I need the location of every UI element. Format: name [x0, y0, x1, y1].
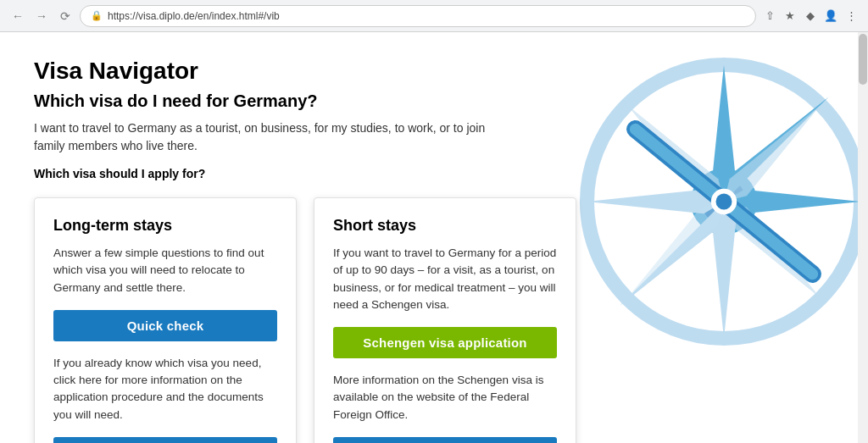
- menu-button[interactable]: ⋮: [843, 8, 860, 25]
- short-term-title: Short stays: [333, 217, 557, 235]
- more-information-button[interactable]: More information: [333, 437, 557, 443]
- short-term-card: Short stays If you want to travel to Ger…: [314, 197, 576, 443]
- long-term-title: Long-term stays: [53, 217, 277, 235]
- scrollbar-thumb[interactable]: [859, 34, 867, 85]
- short-term-text2: More information on the Schengen visa is…: [333, 372, 557, 424]
- long-term-card: Long-term stays Answer a few simple ques…: [34, 197, 297, 443]
- back-button[interactable]: ←: [8, 7, 27, 25]
- forward-button[interactable]: →: [32, 7, 51, 25]
- lock-icon: 🔒: [91, 10, 103, 21]
- extensions-button[interactable]: ◆: [802, 8, 819, 25]
- short-term-text1: If you want to travel to Germany for a p…: [333, 245, 557, 313]
- skip-to-visa-categories-button[interactable]: Skip to visa categories: [53, 437, 277, 443]
- profile-button[interactable]: 👤: [822, 8, 839, 25]
- refresh-button[interactable]: ⟳: [56, 7, 75, 25]
- cards-container: Long-term stays Answer a few simple ques…: [34, 197, 834, 443]
- long-term-text1: Answer a few simple questions to find ou…: [53, 245, 277, 296]
- url-text: https://visa.diplo.de/en/index.html#/vib: [108, 10, 280, 22]
- browser-chrome: ← → ⟳ 🔒 https://visa.diplo.de/en/index.h…: [0, 0, 868, 32]
- browser-actions: ⇧ ★ ◆ 👤 ⋮: [761, 8, 860, 25]
- share-button[interactable]: ⇧: [761, 8, 778, 25]
- long-term-text2: If you already know which visa you need,…: [53, 355, 277, 424]
- page-description: I want to travel to Germany as a tourist…: [34, 119, 509, 155]
- schengen-visa-button[interactable]: Schengen visa application: [333, 327, 557, 358]
- page-wrapper: Visa Navigator Which visa do I need for …: [0, 32, 868, 443]
- scrollbar[interactable]: [858, 32, 868, 443]
- bookmark-button[interactable]: ★: [782, 8, 798, 25]
- address-bar[interactable]: 🔒 https://visa.diplo.de/en/index.html#/v…: [80, 5, 756, 27]
- quick-check-button[interactable]: Quick check: [53, 310, 277, 341]
